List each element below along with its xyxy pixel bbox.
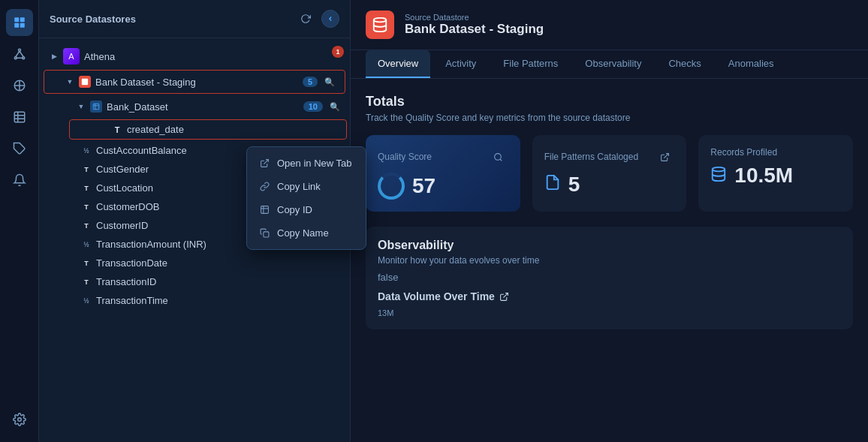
tabs-bar: Overview Activity File Patterns Observab… bbox=[351, 50, 868, 79]
tab-overview[interactable]: Overview bbox=[366, 50, 430, 78]
sidebar-item-athena[interactable]: ▶ A Athena 1 bbox=[39, 44, 350, 68]
bank-table-expand-arrow[interactable]: ▼ bbox=[77, 102, 86, 111]
athena-expand-arrow[interactable]: ▶ bbox=[50, 52, 59, 61]
svg-line-8 bbox=[20, 51, 23, 57]
svg-rect-13 bbox=[14, 112, 25, 122]
observability-section: Observability Monitor how your data evol… bbox=[366, 227, 853, 329]
nav-icon-check[interactable] bbox=[6, 104, 33, 131]
context-menu-copy-link[interactable]: Copy Link bbox=[247, 175, 366, 198]
tab-checks[interactable]: Checks bbox=[656, 50, 713, 78]
observability-subtitle: Monitor how your data evolves over time bbox=[378, 255, 841, 266]
sidebar-item-bank-dataset-table[interactable]: ▼ Bank_Dataset 10 🔍 bbox=[45, 95, 350, 118]
refresh-button[interactable] bbox=[296, 9, 315, 29]
sidebar: Source Datastores ▶ A Athena 1 ▼ Bank Da… bbox=[39, 0, 351, 442]
header-subtitle: Source Datastore bbox=[405, 13, 544, 22]
transaction-date-type-icon: T bbox=[81, 258, 92, 269]
main-content: Source Datastore Bank Dataset - Staging … bbox=[351, 0, 868, 442]
copy-link-label: Copy Link bbox=[277, 181, 321, 192]
nav-icon-network[interactable] bbox=[6, 41, 33, 68]
data-volume-title: Data Volume Over Time bbox=[378, 290, 495, 302]
copy-id-icon bbox=[259, 205, 270, 215]
svg-line-23 bbox=[264, 160, 268, 164]
sidebar-item-created-date[interactable]: T created_date bbox=[69, 119, 347, 140]
svg-rect-27 bbox=[263, 232, 268, 237]
content-header: Source Datastore Bank Dataset - Staging bbox=[351, 0, 868, 50]
bank-table-icon bbox=[90, 101, 102, 113]
file-patterns-link[interactable] bbox=[655, 147, 674, 167]
nav-icon-bell[interactable] bbox=[6, 167, 33, 194]
data-volume-link-icon[interactable] bbox=[499, 292, 509, 302]
sidebar-item-transaction-time[interactable]: ½ TransactionTime bbox=[39, 291, 350, 310]
metric-records-profiled: Records Profiled 10.5M bbox=[698, 135, 853, 212]
metric-file-patterns: File Patterns Cataloged 5 bbox=[532, 135, 687, 212]
svg-line-33 bbox=[503, 293, 508, 297]
nav-icon-circle[interactable] bbox=[6, 72, 33, 99]
content-body: Totals Track the Quality Score and key m… bbox=[351, 79, 868, 442]
observability-status: false bbox=[378, 272, 841, 283]
transaction-id-label: TransactionID bbox=[96, 276, 342, 287]
athena-badge: 1 bbox=[332, 46, 344, 58]
file-patterns-header: File Patterns Cataloged bbox=[544, 147, 675, 167]
nav-icon-tag[interactable] bbox=[6, 135, 33, 162]
svg-rect-20 bbox=[93, 104, 99, 110]
cust-gender-type-icon: T bbox=[81, 164, 92, 175]
file-patterns-value: 5 bbox=[544, 173, 675, 197]
svg-rect-19 bbox=[82, 79, 88, 85]
context-menu-copy-name[interactable]: Copy Name bbox=[247, 221, 366, 245]
metrics-row: Quality Score 57 File Patterns Cataloged bbox=[366, 135, 853, 212]
records-profiled-value: 10.5M bbox=[710, 164, 841, 188]
bank-dataset-search-button[interactable]: 🔍 bbox=[322, 74, 337, 89]
sidebar-item-bank-dataset-staging[interactable]: ▼ Bank Dataset - Staging 5 🔍 bbox=[44, 70, 345, 94]
open-new-tab-label: Open in New Tab bbox=[277, 158, 352, 169]
sidebar-item-transaction-date[interactable]: T TransactionDate bbox=[39, 254, 350, 272]
tab-file-patterns[interactable]: File Patterns bbox=[491, 50, 570, 78]
svg-line-7 bbox=[15, 51, 19, 57]
svg-point-4 bbox=[18, 49, 20, 51]
tab-activity[interactable]: Activity bbox=[433, 50, 488, 78]
svg-rect-24 bbox=[261, 206, 268, 214]
tab-anomalies[interactable]: Anomalies bbox=[716, 50, 786, 78]
athena-icon: A bbox=[63, 48, 80, 65]
transaction-time-type-icon: ½ bbox=[81, 296, 92, 306]
sidebar-item-transaction-id[interactable]: T TransactionID bbox=[39, 272, 350, 291]
bank-dataset-staging-label: Bank Dataset - Staging bbox=[95, 77, 298, 88]
svg-line-31 bbox=[664, 153, 668, 158]
bank-dataset-icon bbox=[79, 76, 91, 88]
quality-score-value: 57 bbox=[378, 173, 508, 200]
records-profiled-label: Records Profiled bbox=[710, 147, 777, 158]
athena-label: Athena bbox=[84, 51, 342, 62]
nav-icon-home[interactable] bbox=[6, 9, 33, 36]
records-profiled-header: Records Profiled bbox=[710, 147, 841, 158]
open-new-tab-icon bbox=[259, 158, 270, 169]
context-menu-open-new-tab[interactable]: Open in New Tab bbox=[247, 152, 366, 175]
nav-rail bbox=[0, 0, 39, 442]
cust-account-type-icon: ½ bbox=[81, 146, 92, 156]
file-patterns-label: File Patterns Cataloged bbox=[544, 152, 638, 162]
svg-line-30 bbox=[500, 159, 502, 161]
context-menu: Open in New Tab Copy Link Copy ID Copy N… bbox=[246, 146, 366, 250]
collapse-sidebar-button[interactable] bbox=[321, 10, 339, 28]
totals-title: Totals bbox=[366, 94, 853, 110]
quality-score-search[interactable] bbox=[489, 147, 508, 167]
transaction-date-label: TransactionDate bbox=[96, 257, 342, 269]
bank-table-label: Bank_Dataset bbox=[107, 101, 299, 113]
copy-id-label: Copy ID bbox=[277, 204, 312, 215]
sidebar-title: Source Datastores bbox=[50, 14, 136, 25]
context-menu-copy-id[interactable]: Copy ID bbox=[247, 198, 366, 221]
tab-observability[interactable]: Observability bbox=[573, 50, 653, 78]
nav-icon-settings[interactable] bbox=[6, 406, 33, 433]
copy-link-icon bbox=[259, 182, 270, 192]
created-date-type-icon: T bbox=[112, 125, 122, 135]
copy-name-icon bbox=[259, 228, 270, 239]
bank-table-badge: 10 bbox=[303, 101, 323, 112]
bank-table-search-button[interactable]: 🔍 bbox=[327, 99, 342, 114]
svg-rect-3 bbox=[20, 23, 24, 28]
quality-score-circle bbox=[378, 173, 405, 200]
created-date-label: created_date bbox=[127, 124, 339, 135]
transaction-id-type-icon: T bbox=[81, 277, 92, 287]
svg-point-29 bbox=[495, 153, 502, 160]
datastore-icon bbox=[366, 11, 394, 39]
transaction-amount-type-icon: ½ bbox=[81, 239, 92, 250]
svg-rect-1 bbox=[20, 17, 24, 22]
bank-dataset-expand-arrow[interactable]: ▼ bbox=[65, 77, 74, 86]
